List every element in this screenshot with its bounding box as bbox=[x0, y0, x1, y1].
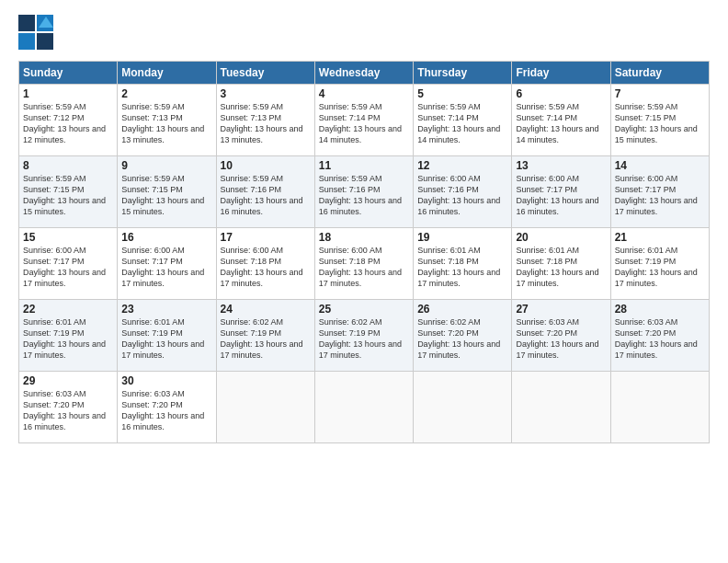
day-number: 21 bbox=[615, 231, 705, 244]
page-container: SundayMondayTuesdayWednesdayThursdayFrid… bbox=[0, 0, 728, 563]
calendar-cell: 25 Sunrise: 6:02 AMSunset: 7:19 PMDaylig… bbox=[314, 300, 413, 372]
calendar-cell: 18 Sunrise: 6:00 AMSunset: 7:18 PMDaylig… bbox=[314, 228, 413, 300]
logo bbox=[18, 15, 57, 52]
calendar-weekday-friday: Friday bbox=[512, 62, 610, 85]
calendar-cell: 24 Sunrise: 6:02 AMSunset: 7:19 PMDaylig… bbox=[216, 300, 314, 372]
calendar-week-row: 22 Sunrise: 6:01 AMSunset: 7:19 PMDaylig… bbox=[19, 300, 710, 372]
day-number: 28 bbox=[615, 303, 705, 316]
cell-info: Sunrise: 6:03 AMSunset: 7:20 PMDaylight:… bbox=[615, 316, 705, 362]
calendar-weekday-tuesday: Tuesday bbox=[216, 62, 314, 85]
day-number: 15 bbox=[23, 231, 113, 244]
day-number: 17 bbox=[221, 231, 311, 244]
calendar-cell: 16 Sunrise: 6:00 AMSunset: 7:17 PMDaylig… bbox=[118, 228, 216, 300]
calendar-cell: 23 Sunrise: 6:01 AMSunset: 7:19 PMDaylig… bbox=[118, 300, 216, 372]
day-number: 5 bbox=[417, 87, 507, 100]
calendar-weekday-sunday: Sunday bbox=[19, 62, 118, 85]
cell-info: Sunrise: 6:00 AMSunset: 7:17 PMDaylight:… bbox=[615, 173, 705, 218]
calendar-cell: 19 Sunrise: 6:01 AMSunset: 7:18 PMDaylig… bbox=[414, 228, 512, 300]
calendar-header-row: SundayMondayTuesdayWednesdayThursdayFrid… bbox=[19, 62, 710, 85]
svg-rect-2 bbox=[18, 33, 35, 50]
svg-rect-3 bbox=[37, 33, 53, 50]
calendar-week-row: 1 Sunrise: 5:59 AMSunset: 7:12 PMDayligh… bbox=[19, 85, 710, 156]
calendar-weekday-thursday: Thursday bbox=[414, 62, 512, 85]
calendar-cell bbox=[414, 372, 512, 443]
day-number: 30 bbox=[121, 374, 211, 387]
calendar-cell: 6 Sunrise: 5:59 AMSunset: 7:14 PMDayligh… bbox=[512, 85, 610, 156]
cell-info: Sunrise: 6:01 AMSunset: 7:19 PMDaylight:… bbox=[615, 245, 705, 290]
calendar-cell: 9 Sunrise: 5:59 AMSunset: 7:15 PMDayligh… bbox=[118, 156, 216, 228]
calendar-cell bbox=[512, 372, 610, 443]
cell-info: Sunrise: 6:00 AMSunset: 7:16 PMDaylight:… bbox=[417, 173, 507, 218]
cell-info: Sunrise: 6:02 AMSunset: 7:19 PMDaylight:… bbox=[221, 316, 311, 362]
calendar-weekday-saturday: Saturday bbox=[610, 62, 709, 85]
calendar-cell: 14 Sunrise: 6:00 AMSunset: 7:17 PMDaylig… bbox=[610, 156, 709, 228]
cell-info: Sunrise: 6:00 AMSunset: 7:18 PMDaylight:… bbox=[221, 245, 311, 290]
calendar-cell: 5 Sunrise: 5:59 AMSunset: 7:14 PMDayligh… bbox=[414, 85, 512, 156]
cell-info: Sunrise: 6:00 AMSunset: 7:17 PMDaylight:… bbox=[121, 245, 211, 290]
cell-info: Sunrise: 5:59 AMSunset: 7:15 PMDaylight:… bbox=[121, 173, 211, 218]
cell-info: Sunrise: 6:02 AMSunset: 7:20 PMDaylight:… bbox=[417, 316, 507, 362]
day-number: 9 bbox=[121, 159, 211, 172]
day-number: 8 bbox=[23, 159, 113, 172]
day-number: 12 bbox=[417, 159, 507, 172]
logo-icon bbox=[18, 15, 55, 52]
cell-info: Sunrise: 5:59 AMSunset: 7:15 PMDaylight:… bbox=[23, 173, 113, 218]
calendar-cell: 27 Sunrise: 6:03 AMSunset: 7:20 PMDaylig… bbox=[512, 300, 610, 372]
day-number: 3 bbox=[221, 87, 311, 100]
calendar-week-row: 15 Sunrise: 6:00 AMSunset: 7:17 PMDaylig… bbox=[19, 228, 710, 300]
cell-info: Sunrise: 5:59 AMSunset: 7:13 PMDaylight:… bbox=[121, 101, 211, 146]
day-number: 14 bbox=[615, 159, 705, 172]
day-number: 29 bbox=[23, 374, 113, 387]
cell-info: Sunrise: 6:03 AMSunset: 7:20 PMDaylight:… bbox=[516, 316, 606, 362]
calendar-cell: 29 Sunrise: 6:03 AMSunset: 7:20 PMDaylig… bbox=[19, 372, 118, 443]
calendar-cell: 1 Sunrise: 5:59 AMSunset: 7:12 PMDayligh… bbox=[19, 85, 118, 156]
cell-info: Sunrise: 6:03 AMSunset: 7:20 PMDaylight:… bbox=[121, 388, 211, 433]
calendar-cell: 17 Sunrise: 6:00 AMSunset: 7:18 PMDaylig… bbox=[216, 228, 314, 300]
cell-info: Sunrise: 5:59 AMSunset: 7:14 PMDaylight:… bbox=[319, 101, 409, 146]
cell-info: Sunrise: 6:03 AMSunset: 7:20 PMDaylight:… bbox=[23, 388, 113, 433]
calendar-cell: 13 Sunrise: 6:00 AMSunset: 7:17 PMDaylig… bbox=[512, 156, 610, 228]
calendar-cell bbox=[610, 372, 709, 443]
day-number: 19 bbox=[417, 231, 507, 244]
calendar-cell: 30 Sunrise: 6:03 AMSunset: 7:20 PMDaylig… bbox=[118, 372, 216, 443]
day-number: 13 bbox=[516, 159, 606, 172]
day-number: 20 bbox=[516, 231, 606, 244]
calendar-weekday-monday: Monday bbox=[118, 62, 216, 85]
cell-info: Sunrise: 5:59 AMSunset: 7:15 PMDaylight:… bbox=[615, 101, 705, 146]
cell-info: Sunrise: 6:02 AMSunset: 7:19 PMDaylight:… bbox=[319, 316, 409, 362]
day-number: 16 bbox=[121, 231, 211, 244]
cell-info: Sunrise: 5:59 AMSunset: 7:12 PMDaylight:… bbox=[23, 101, 113, 146]
cell-info: Sunrise: 6:01 AMSunset: 7:18 PMDaylight:… bbox=[516, 245, 606, 290]
cell-info: Sunrise: 5:59 AMSunset: 7:16 PMDaylight:… bbox=[221, 173, 311, 218]
cell-info: Sunrise: 6:00 AMSunset: 7:18 PMDaylight:… bbox=[319, 245, 409, 290]
calendar-cell: 12 Sunrise: 6:00 AMSunset: 7:16 PMDaylig… bbox=[414, 156, 512, 228]
cell-info: Sunrise: 6:00 AMSunset: 7:17 PMDaylight:… bbox=[23, 245, 113, 290]
cell-info: Sunrise: 6:01 AMSunset: 7:19 PMDaylight:… bbox=[23, 316, 113, 362]
cell-info: Sunrise: 5:59 AMSunset: 7:14 PMDaylight:… bbox=[516, 101, 606, 146]
day-number: 4 bbox=[319, 87, 409, 100]
cell-info: Sunrise: 6:01 AMSunset: 7:18 PMDaylight:… bbox=[417, 245, 507, 290]
day-number: 1 bbox=[23, 87, 113, 100]
calendar-week-row: 29 Sunrise: 6:03 AMSunset: 7:20 PMDaylig… bbox=[19, 372, 710, 443]
day-number: 6 bbox=[516, 87, 606, 100]
calendar-cell: 10 Sunrise: 5:59 AMSunset: 7:16 PMDaylig… bbox=[216, 156, 314, 228]
calendar-cell bbox=[314, 372, 413, 443]
day-number: 25 bbox=[319, 303, 409, 316]
cell-info: Sunrise: 5:59 AMSunset: 7:13 PMDaylight:… bbox=[221, 101, 311, 146]
calendar-cell: 8 Sunrise: 5:59 AMSunset: 7:15 PMDayligh… bbox=[19, 156, 118, 228]
day-number: 7 bbox=[615, 87, 705, 100]
day-number: 10 bbox=[221, 159, 311, 172]
calendar-cell: 15 Sunrise: 6:00 AMSunset: 7:17 PMDaylig… bbox=[19, 228, 118, 300]
day-number: 26 bbox=[417, 303, 507, 316]
calendar-cell bbox=[216, 372, 314, 443]
header bbox=[18, 15, 710, 52]
day-number: 2 bbox=[121, 87, 211, 100]
calendar-cell: 11 Sunrise: 5:59 AMSunset: 7:16 PMDaylig… bbox=[314, 156, 413, 228]
calendar-cell: 21 Sunrise: 6:01 AMSunset: 7:19 PMDaylig… bbox=[610, 228, 709, 300]
calendar-cell: 3 Sunrise: 5:59 AMSunset: 7:13 PMDayligh… bbox=[216, 85, 314, 156]
calendar-week-row: 8 Sunrise: 5:59 AMSunset: 7:15 PMDayligh… bbox=[19, 156, 710, 228]
day-number: 27 bbox=[516, 303, 606, 316]
calendar-weekday-wednesday: Wednesday bbox=[314, 62, 413, 85]
cell-info: Sunrise: 6:00 AMSunset: 7:17 PMDaylight:… bbox=[516, 173, 606, 218]
cell-info: Sunrise: 5:59 AMSunset: 7:14 PMDaylight:… bbox=[417, 101, 507, 146]
